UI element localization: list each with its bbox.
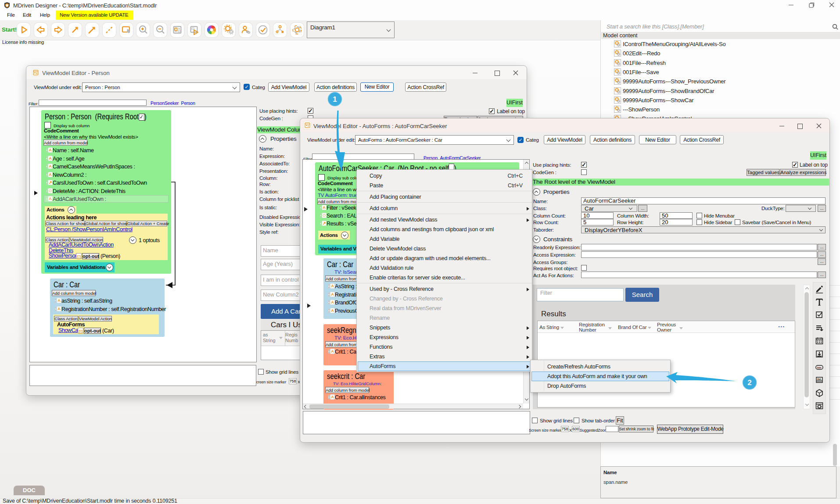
- svg-text:2: 2: [747, 379, 751, 387]
- svg-text:1: 1: [333, 95, 337, 104]
